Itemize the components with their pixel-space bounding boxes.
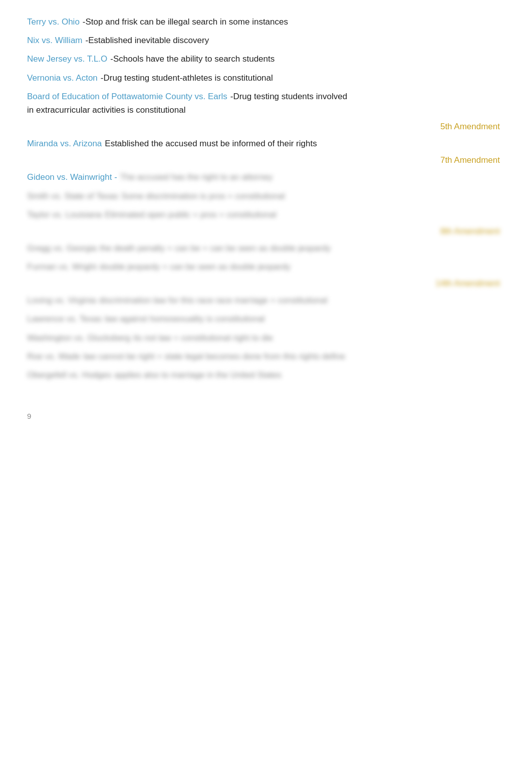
- vernonia-case: Vernonia vs. Acton - Drug testing studen…: [27, 71, 505, 85]
- lawrence-case-name: Lawrence vs. Texas: [27, 312, 102, 326]
- loving-case-name: Loving vs. Virginia: [27, 294, 96, 307]
- washington-case-name: Washington vs. Glucksberg: [27, 331, 130, 345]
- gregg-case: Gregg vs. Georgia the death penalty + ca…: [27, 241, 505, 255]
- board-case-name: Board of Education of Pottawatomie Count…: [27, 90, 227, 103]
- taylor-case-desc: Eliminated open public + pros + constitu…: [105, 208, 276, 221]
- obergefell-case: Obergefell vs. Hodges applies also to ma…: [27, 368, 505, 382]
- vernonia-case-name: Vernonia vs. Acton: [27, 71, 98, 85]
- terry-case-desc: Stop and frisk can be illegal search in …: [86, 15, 288, 29]
- newjersey-case: New Jersey vs. T.L.O - Schools have the …: [27, 52, 505, 66]
- gideon-case-name: Gideon vs. Wainwright -: [27, 170, 117, 184]
- nix-case: Nix vs. William - Established inevitable…: [27, 34, 505, 47]
- board-case: Board of Education of Pottawatomie Count…: [27, 90, 505, 117]
- washington-case: Washington vs. Glucksberg its not law + …: [27, 331, 505, 345]
- board-case-desc1: Drug testing students involved: [233, 90, 347, 103]
- newjersey-case-desc: Schools have the ability to search stude…: [113, 52, 275, 66]
- gideon-case: Gideon vs. Wainwright - The accused has …: [27, 170, 505, 184]
- roe-case-name: Roe vs. Wade: [27, 350, 80, 363]
- nix-case-desc: Established inevitable discovery: [88, 34, 209, 47]
- amendment-5th-label: 5th Amendment: [27, 122, 505, 132]
- gregg-case-desc: the death penalty + can be + can be seen…: [100, 241, 331, 255]
- furman-case-name: Furman vs. Wright: [27, 260, 97, 274]
- miranda-case: Miranda vs. Arizona Established the accu…: [27, 137, 505, 150]
- amendment-14th-label: 14th Amendment: [27, 279, 505, 289]
- lawrence-case: Lawrence vs. Texas law against homosexua…: [27, 312, 505, 326]
- vernonia-case-desc: Drug testing student-athletes is constit…: [104, 71, 273, 85]
- smith-case-name: Smith vs. State of Texas: [27, 189, 118, 203]
- smith-case-desc: Some discrimination is pros + constituti…: [121, 189, 285, 203]
- lawrence-case-desc: law against homosexuality is constitutio…: [105, 312, 264, 326]
- newjersey-case-name: New Jersey vs. T.L.O: [27, 52, 107, 66]
- taylor-case-name: Taylor vs. Louisiana: [27, 208, 102, 221]
- gregg-case-name: Gregg vs. Georgia: [27, 241, 97, 255]
- obergefell-case-name: Obergefell vs. Hodges: [27, 368, 111, 382]
- amendment-8th-label: 8th Amendment: [27, 226, 505, 236]
- smith-case: Smith vs. State of Texas Some discrimina…: [27, 189, 505, 203]
- nix-case-name: Nix vs. William: [27, 34, 83, 47]
- board-case-row1: Board of Education of Pottawatomie Count…: [27, 90, 505, 103]
- board-case-desc2: in extracurricular activities is constit…: [27, 103, 186, 117]
- miranda-case-desc: Established the accused must be informed…: [105, 137, 317, 150]
- page-number: 9: [27, 412, 505, 420]
- roe-case-desc: law cannot be right + state legal become…: [83, 350, 345, 363]
- obergefell-case-desc: applies also to marriage in the United S…: [114, 368, 282, 382]
- amendment-7th-label: 7th Amendment: [27, 155, 505, 165]
- washington-case-desc: its not law + constitutional right to di…: [133, 331, 273, 345]
- roe-case: Roe vs. Wade law cannot be right + state…: [27, 350, 505, 363]
- furman-case: Furman vs. Wright double jeopardy + can …: [27, 260, 505, 274]
- loving-case: Loving vs. Virginia discrimination law f…: [27, 294, 505, 307]
- taylor-case: Taylor vs. Louisiana Eliminated open pub…: [27, 208, 505, 221]
- miranda-case-name: Miranda vs. Arizona: [27, 137, 102, 150]
- board-case-row2: in extracurricular activities is constit…: [27, 103, 505, 117]
- loving-case-desc: discrimination law for this race race ma…: [99, 294, 328, 307]
- fourth-amendment-section: Terry vs. Ohio - Stop and frisk can be i…: [27, 15, 505, 117]
- terry-case-name: Terry vs. Ohio: [27, 15, 80, 29]
- terry-case: Terry vs. Ohio - Stop and frisk can be i…: [27, 15, 505, 29]
- gideon-case-desc: The accused has the right to an attorney: [120, 170, 273, 184]
- furman-case-desc: double jeopardy + can be seen as double …: [100, 260, 291, 274]
